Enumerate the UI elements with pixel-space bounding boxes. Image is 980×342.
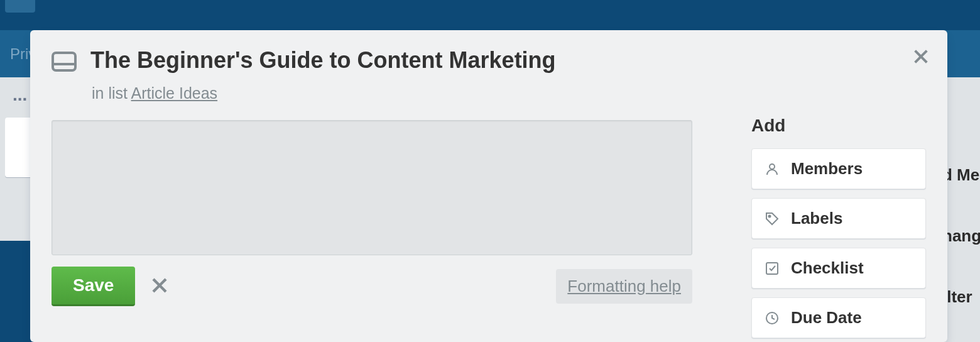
description-editor: Save Formatting help [52, 120, 729, 306]
board-menu-strip: d Me hang ilter owe [942, 77, 980, 342]
card-icon [52, 52, 77, 74]
menu-item[interactable]: owe [942, 307, 980, 342]
svg-point-6 [770, 164, 775, 169]
svg-point-7 [769, 215, 771, 217]
svg-rect-8 [766, 263, 778, 274]
close-icon[interactable] [911, 47, 931, 69]
members-icon [765, 162, 780, 177]
labels-icon [765, 211, 780, 226]
list-link[interactable]: Article Ideas [131, 84, 218, 102]
cancel-icon[interactable] [150, 276, 169, 297]
svg-rect-2 [53, 53, 75, 70]
clock-icon [765, 311, 780, 326]
sidebar-heading: Add [751, 116, 926, 136]
members-label: Members [791, 159, 863, 179]
card-title[interactable]: The Beginner's Guide to Content Marketin… [90, 47, 556, 74]
due-date-label: Due Date [791, 308, 862, 328]
description-actions: Save Formatting help [52, 267, 692, 306]
checklist-button[interactable]: Checklist [751, 248, 926, 289]
save-button[interactable]: Save [52, 267, 135, 306]
labels-button[interactable]: Labels [751, 198, 926, 239]
menu-item[interactable]: d Me [942, 77, 980, 185]
checklist-icon [765, 261, 780, 276]
menu-item[interactable]: hang [942, 185, 980, 246]
members-button[interactable]: Members [751, 148, 926, 189]
formatting-help-link[interactable]: Formatting help [556, 269, 692, 304]
app-topbar [0, 0, 980, 30]
card-list-location: in list Article Ideas [92, 84, 729, 102]
checklist-label: Checklist [791, 258, 864, 278]
labels-label: Labels [791, 209, 842, 228]
card-main: The Beginner's Guide to Content Marketin… [52, 47, 729, 326]
card-modal: The Beginner's Guide to Content Marketin… [30, 30, 947, 342]
card-sidebar: Add Members Labels Checklist Due Date [751, 47, 926, 326]
description-textarea[interactable] [52, 120, 692, 255]
card-header: The Beginner's Guide to Content Marketin… [52, 47, 729, 74]
menu-item[interactable]: ilter [942, 246, 980, 307]
back-button[interactable] [5, 0, 35, 13]
in-list-prefix: in list [92, 84, 131, 102]
due-date-button[interactable]: Due Date [751, 297, 926, 338]
